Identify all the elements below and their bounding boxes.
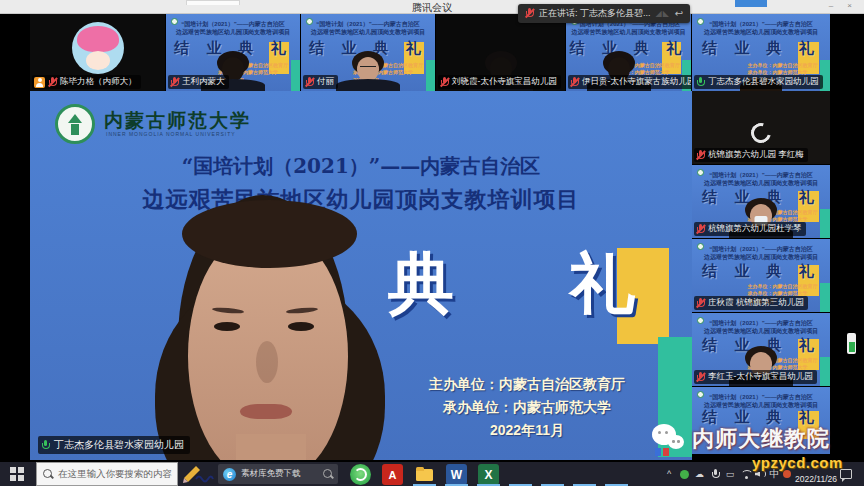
clock-date[interactable]: 2022/11/26 <box>790 474 842 484</box>
window-controls[interactable]: – × <box>829 1 858 10</box>
taskbar: 在这里输入你要搜索的内容 e 素材库免费下载 A W X <box>0 462 864 486</box>
participant-name: 杭锦旗第六幼儿园 李红梅 <box>708 149 804 161</box>
tray-mic-icon[interactable] <box>709 462 721 486</box>
main-speaker-video[interactable]: 内蒙古师范大学 INNER MONGOLIA NORMAL UNIVERSITY… <box>30 91 692 460</box>
active-mic-icon <box>696 77 705 88</box>
taskbar-news-widget[interactable]: e 素材库免费下载 <box>218 464 338 484</box>
muted-mic-icon <box>440 77 449 88</box>
toast-decoration-icon: ◢◣ <box>656 9 670 18</box>
wechat-logo-icon <box>652 424 688 454</box>
participant-thumbnail[interactable]: “国培计划（2021）”——内蒙古自治区 边远艰苦民族地区幼儿园顶岗支教培训项目… <box>692 165 830 239</box>
main-speaker-name: 丁志杰多伦县碧水家园幼儿园 <box>54 438 184 452</box>
tray-display-icon[interactable]: ▭ <box>724 462 736 486</box>
host-badge-icon <box>34 77 45 88</box>
person-silhouette <box>336 55 400 91</box>
participant-thumbnail[interactable]: “国培计划（2021）”——内蒙古自治区 边远艰苦民族地区幼儿园顶岗支教培训项目… <box>692 313 830 387</box>
site-watermark: ypzycd.com <box>752 454 843 471</box>
tray-wifi-icon[interactable] <box>739 462 753 486</box>
muted-mic-icon <box>170 77 179 88</box>
participant-thumbnail[interactable]: “国培计划（2021）”——内蒙古自治区 边远艰苦民族地区幼儿园顶岗支教培训项目… <box>566 14 692 91</box>
participant-thumbnail[interactable]: “国培计划（2021）”——内蒙古自治区 边远艰苦民族地区幼儿园顶岗支教培训项目… <box>301 14 436 91</box>
slide-mini-title2: 边远艰苦民族地区幼儿园顶岗支教培训项目 <box>166 28 300 37</box>
background-tab-blue <box>735 0 767 7</box>
speaker-person <box>60 136 530 460</box>
muted-mic-icon <box>570 77 579 88</box>
edge-icon: e <box>223 468 236 481</box>
participant-name: 陈毕力格（内师大） <box>60 76 137 88</box>
search-placeholder: 在这里输入你要搜索的内容 <box>58 468 172 481</box>
wechat-watermark: 内师大继教院 <box>652 424 830 454</box>
participant-thumbnail[interactable]: “国培计划（2021）”——内蒙古自治区 边远艰苦民族地区幼儿园顶岗支教培训项目… <box>692 239 830 313</box>
participant-name: 李红玉-太仆寺旗宝昌幼儿园 <box>708 371 813 383</box>
loading-spinner-icon <box>747 119 774 146</box>
file-explorer-icon[interactable] <box>414 464 435 485</box>
search-icon <box>323 469 333 479</box>
participant-name: 刘晓霞-太仆寺旗宝昌幼儿园 <box>452 76 557 88</box>
window-titlebar[interactable]: 腾讯会议 – × <box>0 0 864 14</box>
muted-mic-icon <box>305 77 314 88</box>
tray-expand-icon[interactable]: ^ <box>663 462 675 486</box>
participant-thumbnail[interactable]: 刘晓霞-太仆寺旗宝昌幼儿园 <box>436 14 566 91</box>
muted-mic-icon <box>48 77 57 88</box>
muted-mic-icon <box>696 150 705 161</box>
battery-indicator-icon <box>847 333 856 354</box>
participant-name: 丁志杰多伦县碧水家园幼儿园 <box>708 76 819 88</box>
participant-thumbnail[interactable]: “国培计划（2021）”——内蒙古自治区 边远艰苦民族地区幼儿园顶岗支教培训项目… <box>166 14 301 91</box>
muted-mic-icon <box>696 298 705 309</box>
antivirus-app-icon[interactable] <box>350 464 371 485</box>
active-mic-icon <box>41 440 50 451</box>
baby-avatar <box>72 22 124 74</box>
speaking-toast-text: 正在讲话: 丁志杰多伦县碧... <box>539 7 651 20</box>
muted-mic-icon <box>696 224 705 235</box>
tray-green-app-icon[interactable] <box>678 462 690 486</box>
participant-thumbnail[interactable]: “国培计划（2021）”——内蒙古自治区 边远艰苦民族地区幼儿园顶岗支教培训项目… <box>692 14 830 91</box>
news-widget-text: 素材库免费下载 <box>241 468 318 480</box>
muted-mic-icon <box>696 372 705 383</box>
meeting-window: 腾讯会议 – × 正在讲话: 丁志杰多伦县碧... ◢◣ ↩ 陈毕力格（内师大）… <box>0 0 864 486</box>
start-button[interactable] <box>10 467 24 481</box>
adobe-acrobat-icon[interactable]: A <box>382 464 403 485</box>
taskbar-search[interactable]: 在这里输入你要搜索的内容 <box>36 462 178 486</box>
muted-mic-icon <box>525 8 534 19</box>
excel-icon[interactable]: X <box>478 464 499 485</box>
speaking-toast[interactable]: 正在讲话: 丁志杰多伦县碧... ◢◣ ↩ <box>518 4 690 23</box>
participant-thumbnail[interactable]: 杭锦旗第六幼儿园 李红梅 <box>692 91 830 165</box>
participant-name: 庄秋霞 杭锦旗第三幼儿园 <box>708 297 804 309</box>
participant-thumbnail[interactable]: 陈毕力格（内师大） <box>30 14 166 91</box>
pen-annotation-icon[interactable] <box>182 464 214 484</box>
wechat-watermark-text: 内师大继教院 <box>692 424 830 454</box>
main-speaker-label: 丁志杰多伦县碧水家园幼儿园 <box>38 436 190 454</box>
participant-name: 杭锦旗第六幼儿园杜学琴 <box>708 223 802 235</box>
participant-name: 王利内蒙大 <box>182 76 225 88</box>
tray-cloud-icon[interactable]: ☁ <box>693 462 706 486</box>
participant-name: 伊日贵-太仆寺旗蒙古族幼儿园 <box>582 76 692 88</box>
toast-reply-icon[interactable]: ↩ <box>675 8 683 19</box>
participant-name: 付丽 <box>317 76 334 88</box>
word-icon[interactable]: W <box>446 464 467 485</box>
search-icon <box>43 469 53 479</box>
